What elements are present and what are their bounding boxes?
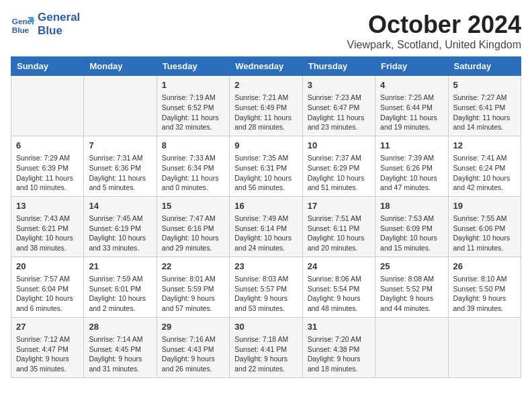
- cell-3-5: 25Sunrise: 8:08 AMSunset: 5:52 PMDayligh…: [375, 257, 448, 317]
- logo: General Blue General Blue: [11, 11, 80, 37]
- day-content: Sunrise: 7:59 AMSunset: 6:01 PMDaylight:…: [89, 274, 151, 314]
- day-content: Sunrise: 8:01 AMSunset: 5:59 PMDaylight:…: [162, 274, 224, 314]
- cell-2-4: 17Sunrise: 7:51 AMSunset: 6:11 PMDayligh…: [302, 196, 375, 257]
- header-row: SundayMondayTuesdayWednesdayThursdayFrid…: [11, 57, 521, 76]
- day-number: 21: [89, 261, 151, 273]
- day-content: Sunrise: 7:14 AMSunset: 4:45 PMDaylight:…: [89, 334, 151, 374]
- day-content: Sunrise: 8:06 AMSunset: 5:54 PMDaylight:…: [308, 274, 370, 314]
- cell-2-1: 14Sunrise: 7:45 AMSunset: 6:19 PMDayligh…: [84, 196, 157, 257]
- day-number: 13: [16, 200, 79, 212]
- cell-4-1: 28Sunrise: 7:14 AMSunset: 4:45 PMDayligh…: [84, 317, 157, 377]
- cell-4-3: 30Sunrise: 7:18 AMSunset: 4:41 PMDayligh…: [230, 317, 302, 377]
- header-friday: Friday: [375, 57, 448, 76]
- week-row-2: 6Sunrise: 7:29 AMSunset: 6:39 PMDaylight…: [11, 136, 521, 196]
- day-content: Sunrise: 7:16 AMSunset: 4:43 PMDaylight:…: [162, 334, 224, 374]
- day-number: 2: [234, 79, 297, 91]
- day-content: Sunrise: 7:53 AMSunset: 6:09 PMDaylight:…: [380, 214, 443, 253]
- day-content: Sunrise: 7:29 AMSunset: 6:39 PMDaylight:…: [16, 153, 79, 193]
- week-row-5: 27Sunrise: 7:12 AMSunset: 4:47 PMDayligh…: [11, 317, 521, 377]
- calendar-body: 1Sunrise: 7:19 AMSunset: 6:52 PMDaylight…: [11, 76, 521, 378]
- day-content: Sunrise: 7:51 AMSunset: 6:11 PMDaylight:…: [308, 214, 370, 253]
- day-content: Sunrise: 7:41 AMSunset: 6:24 PMDaylight:…: [453, 153, 516, 193]
- day-number: 31: [308, 321, 370, 333]
- cell-3-4: 24Sunrise: 8:06 AMSunset: 5:54 PMDayligh…: [302, 257, 375, 317]
- cell-0-5: 4Sunrise: 7:25 AMSunset: 6:44 PMDaylight…: [375, 76, 448, 136]
- day-number: 18: [380, 200, 443, 212]
- day-number: 8: [162, 140, 224, 152]
- main-title: October 2024: [347, 11, 521, 39]
- day-content: Sunrise: 7:31 AMSunset: 6:36 PMDaylight:…: [89, 153, 151, 193]
- day-number: 25: [380, 261, 443, 273]
- cell-0-0: [11, 76, 84, 136]
- logo-line1: General: [38, 11, 80, 24]
- logo-line2: Blue: [38, 24, 80, 38]
- cell-3-0: 20Sunrise: 7:57 AMSunset: 6:04 PMDayligh…: [11, 257, 84, 317]
- subtitle: Viewpark, Scotland, United Kingdom: [347, 39, 521, 51]
- cell-1-4: 10Sunrise: 7:37 AMSunset: 6:29 PMDayligh…: [302, 136, 375, 196]
- cell-2-3: 16Sunrise: 7:49 AMSunset: 6:14 PMDayligh…: [230, 196, 302, 257]
- day-number: 22: [162, 261, 224, 273]
- day-content: Sunrise: 7:57 AMSunset: 6:04 PMDaylight:…: [16, 274, 79, 314]
- day-content: Sunrise: 7:39 AMSunset: 6:26 PMDaylight:…: [380, 153, 443, 193]
- calendar-header: SundayMondayTuesdayWednesdayThursdayFrid…: [11, 57, 521, 76]
- cell-2-0: 13Sunrise: 7:43 AMSunset: 6:21 PMDayligh…: [11, 196, 84, 257]
- cell-1-2: 8Sunrise: 7:33 AMSunset: 6:34 PMDaylight…: [157, 136, 229, 196]
- day-number: 4: [380, 79, 443, 91]
- day-content: Sunrise: 7:49 AMSunset: 6:14 PMDaylight:…: [234, 214, 297, 253]
- day-content: Sunrise: 7:25 AMSunset: 6:44 PMDaylight:…: [380, 93, 443, 132]
- cell-4-5: [375, 317, 448, 377]
- logo-icon: General Blue: [11, 12, 35, 36]
- day-content: Sunrise: 7:55 AMSunset: 6:06 PMDaylight:…: [453, 214, 516, 253]
- header-tuesday: Tuesday: [157, 57, 229, 76]
- day-number: 16: [234, 200, 297, 212]
- page-header: General Blue General Blue October 2024 V…: [11, 11, 521, 51]
- day-content: Sunrise: 7:21 AMSunset: 6:49 PMDaylight:…: [234, 93, 297, 132]
- cell-3-2: 22Sunrise: 8:01 AMSunset: 5:59 PMDayligh…: [157, 257, 229, 317]
- day-number: 20: [16, 261, 79, 273]
- day-number: 15: [162, 200, 224, 212]
- day-content: Sunrise: 7:18 AMSunset: 4:41 PMDaylight:…: [234, 334, 297, 374]
- day-number: 3: [308, 79, 370, 91]
- day-content: Sunrise: 8:10 AMSunset: 5:50 PMDaylight:…: [453, 274, 516, 314]
- day-content: Sunrise: 7:27 AMSunset: 6:41 PMDaylight:…: [453, 93, 516, 132]
- cell-1-0: 6Sunrise: 7:29 AMSunset: 6:39 PMDaylight…: [11, 136, 84, 196]
- day-number: 14: [89, 200, 151, 212]
- day-content: Sunrise: 7:12 AMSunset: 4:47 PMDaylight:…: [16, 334, 79, 374]
- day-content: Sunrise: 7:33 AMSunset: 6:34 PMDaylight:…: [162, 153, 224, 193]
- day-number: 28: [89, 321, 151, 333]
- day-content: Sunrise: 8:08 AMSunset: 5:52 PMDaylight:…: [380, 274, 443, 314]
- day-content: Sunrise: 8:03 AMSunset: 5:57 PMDaylight:…: [234, 274, 297, 314]
- day-content: Sunrise: 7:47 AMSunset: 6:16 PMDaylight:…: [162, 214, 224, 253]
- cell-3-1: 21Sunrise: 7:59 AMSunset: 6:01 PMDayligh…: [84, 257, 157, 317]
- cell-2-2: 15Sunrise: 7:47 AMSunset: 6:16 PMDayligh…: [157, 196, 229, 257]
- cell-1-6: 12Sunrise: 7:41 AMSunset: 6:24 PMDayligh…: [448, 136, 521, 196]
- day-number: 10: [308, 140, 370, 152]
- day-number: 17: [308, 200, 370, 212]
- day-number: 9: [234, 140, 297, 152]
- day-content: Sunrise: 7:35 AMSunset: 6:31 PMDaylight:…: [234, 153, 297, 193]
- cell-4-2: 29Sunrise: 7:16 AMSunset: 4:43 PMDayligh…: [157, 317, 229, 377]
- cell-2-6: 19Sunrise: 7:55 AMSunset: 6:06 PMDayligh…: [448, 196, 521, 257]
- day-number: 24: [308, 261, 370, 273]
- day-number: 27: [16, 321, 79, 333]
- day-number: 23: [234, 261, 297, 273]
- day-number: 29: [162, 321, 224, 333]
- cell-1-3: 9Sunrise: 7:35 AMSunset: 6:31 PMDaylight…: [230, 136, 302, 196]
- day-number: 1: [162, 79, 224, 91]
- cell-0-3: 2Sunrise: 7:21 AMSunset: 6:49 PMDaylight…: [230, 76, 302, 136]
- day-content: Sunrise: 7:45 AMSunset: 6:19 PMDaylight:…: [89, 214, 151, 253]
- title-section: October 2024 Viewpark, Scotland, United …: [347, 11, 521, 51]
- header-wednesday: Wednesday: [230, 57, 302, 76]
- day-content: Sunrise: 7:43 AMSunset: 6:21 PMDaylight:…: [16, 214, 79, 253]
- header-thursday: Thursday: [302, 57, 375, 76]
- day-content: Sunrise: 7:23 AMSunset: 6:47 PMDaylight:…: [308, 93, 370, 132]
- week-row-3: 13Sunrise: 7:43 AMSunset: 6:21 PMDayligh…: [11, 196, 521, 257]
- week-row-4: 20Sunrise: 7:57 AMSunset: 6:04 PMDayligh…: [11, 257, 521, 317]
- cell-4-6: [448, 317, 521, 377]
- cell-0-6: 5Sunrise: 7:27 AMSunset: 6:41 PMDaylight…: [448, 76, 521, 136]
- day-number: 12: [453, 140, 516, 152]
- day-number: 30: [234, 321, 297, 333]
- header-sunday: Sunday: [11, 57, 84, 76]
- header-monday: Monday: [84, 57, 157, 76]
- day-number: 5: [453, 79, 516, 91]
